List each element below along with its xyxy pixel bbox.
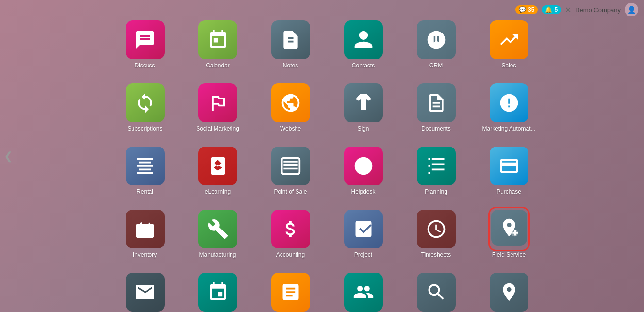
- elearning-icon: [198, 147, 237, 185]
- subscriptions-icon: [126, 83, 165, 122]
- inventory-icon: [126, 210, 165, 248]
- notes-label: Notes: [283, 62, 298, 69]
- accounting-icon: [271, 210, 310, 248]
- sales-icon: [490, 20, 528, 59]
- pos-label: Point of Sale: [274, 188, 307, 195]
- highlight-border: [488, 207, 530, 251]
- purchase-icon: [490, 147, 528, 185]
- bell-icon: 🔔: [545, 6, 552, 13]
- app-website[interactable]: Website: [257, 77, 325, 135]
- fieldservice-icon: [491, 210, 527, 246]
- app-socialmark[interactable]: Social Marketing: [184, 77, 252, 135]
- crm-icon: [417, 20, 456, 59]
- app-referrals[interactable]: Referrals: [475, 266, 543, 312]
- app-emailmkt[interactable]: Email Marketing: [111, 266, 179, 312]
- crm-label: CRM: [429, 62, 443, 69]
- website-icon: [271, 83, 310, 122]
- avatar[interactable]: 👤: [625, 3, 638, 16]
- manufacturing-label: Manufacturing: [199, 251, 236, 258]
- accounting-label: Accounting: [276, 251, 305, 258]
- sales-label: Sales: [501, 62, 516, 69]
- topbar: 💬 35 🔔 5 ✕ Demo Company 👤: [510, 0, 644, 19]
- close-icon[interactable]: ✕: [565, 5, 571, 15]
- app-crm[interactable]: CRM: [402, 14, 470, 72]
- app-marketing[interactable]: Marketing Automat...: [475, 77, 543, 135]
- app-calendar[interactable]: Calendar: [184, 14, 252, 72]
- company-name: Demo Company: [575, 6, 621, 14]
- referrals-icon: [490, 273, 528, 312]
- project-label: Project: [354, 251, 372, 258]
- emailmkt-icon: [126, 273, 165, 312]
- app-timesheets[interactable]: Timesheets: [402, 203, 470, 261]
- app-planning[interactable]: Planning: [402, 140, 470, 198]
- app-events[interactable]: Events: [184, 266, 252, 312]
- app-purchase[interactable]: Purchase: [475, 140, 543, 198]
- app-pos[interactable]: Point of Sale: [257, 140, 325, 198]
- notes-icon: [271, 20, 310, 59]
- app-notes[interactable]: Notes: [257, 14, 325, 72]
- marketing-icon: [490, 83, 528, 122]
- notification-count: 5: [554, 6, 558, 13]
- website-label: Website: [280, 125, 301, 132]
- documents-icon: [417, 83, 456, 122]
- svg-point-1: [354, 157, 372, 175]
- app-project[interactable]: Project: [330, 203, 397, 261]
- app-sign[interactable]: Sign: [330, 77, 397, 135]
- contacts-icon: [344, 20, 383, 59]
- app-elearning[interactable]: eLearning: [184, 140, 252, 198]
- app-surveys[interactable]: Surveys: [257, 266, 325, 312]
- app-employees[interactable]: Employees: [330, 266, 397, 312]
- socialmark-icon: [198, 83, 237, 122]
- timesheets-icon: [417, 210, 456, 248]
- app-helpdesk[interactable]: Helpdesk: [330, 140, 397, 198]
- events-icon: [198, 273, 237, 312]
- rental-icon: [126, 147, 165, 185]
- notification-badge[interactable]: 🔔 5: [542, 5, 561, 14]
- calendar-icon: [198, 20, 237, 59]
- pos-icon: [271, 147, 310, 185]
- rental-label: Rental: [136, 188, 153, 195]
- sign-label: Sign: [357, 125, 369, 132]
- app-recruitment[interactable]: Recruitment: [402, 266, 470, 312]
- back-button[interactable]: ❮: [4, 150, 13, 163]
- subscriptions-label: Subscriptions: [127, 125, 162, 132]
- manufacturing-icon: [198, 210, 237, 248]
- app-sales[interactable]: Sales: [475, 14, 543, 72]
- inventory-label: Inventory: [133, 251, 157, 258]
- app-discuss[interactable]: Discuss: [111, 14, 179, 72]
- calendar-label: Calendar: [206, 62, 230, 69]
- helpdesk-label: Helpdesk: [351, 188, 375, 195]
- app-rental[interactable]: Rental: [111, 140, 179, 198]
- discuss-label: Discuss: [134, 62, 155, 69]
- recruitment-icon: [417, 273, 456, 312]
- marketing-label: Marketing Automat...: [482, 125, 535, 132]
- app-inventory[interactable]: Inventory: [111, 203, 179, 261]
- app-documents[interactable]: Documents: [402, 77, 470, 135]
- planning-icon: [417, 147, 456, 185]
- helpdesk-icon: [344, 147, 383, 185]
- socialmark-label: Social Marketing: [196, 125, 239, 132]
- employees-icon: [344, 273, 383, 312]
- project-icon: [344, 210, 383, 248]
- chat-count: 35: [528, 6, 534, 13]
- app-accounting[interactable]: Accounting: [257, 203, 325, 261]
- documents-label: Documents: [421, 125, 451, 132]
- svg-point-2: [363, 169, 364, 171]
- contacts-label: Contacts: [352, 62, 375, 69]
- app-manufacturing[interactable]: Manufacturing: [184, 203, 252, 261]
- app-subscriptions[interactable]: Subscriptions: [111, 77, 179, 135]
- discuss-icon: [126, 20, 165, 59]
- app-fieldservice[interactable]: Field Service: [475, 203, 543, 261]
- fieldservice-label: Field Service: [492, 251, 526, 258]
- sign-icon: [344, 83, 383, 122]
- chat-badge[interactable]: 💬 35: [515, 5, 538, 14]
- app-contacts[interactable]: Contacts: [330, 14, 397, 72]
- surveys-icon: [271, 273, 310, 312]
- planning-label: Planning: [425, 188, 447, 195]
- apps-grid: Discuss Calendar Notes Contacts CRM Sale…: [111, 14, 543, 312]
- purchase-label: Purchase: [496, 188, 521, 195]
- chat-icon: 💬: [519, 6, 526, 13]
- elearning-label: eLearning: [205, 188, 231, 195]
- timesheets-label: Timesheets: [421, 251, 451, 258]
